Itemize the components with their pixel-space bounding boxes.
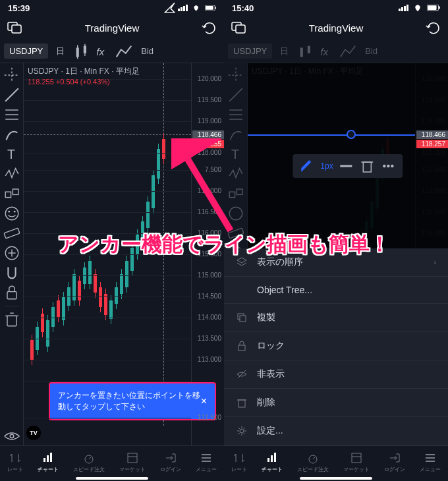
line-tool[interactable] (3, 86, 21, 104)
edit-delete-icon[interactable] (360, 158, 376, 174)
home-indicator[interactable] (76, 477, 148, 480)
annotation-arrow (171, 138, 237, 237)
tooltip-close[interactable]: × (201, 395, 207, 407)
svg-text:fx: fx (320, 45, 329, 57)
eye-tool[interactable] (3, 427, 21, 445)
status-bar: 15:39 (0, 0, 224, 16)
nav-menu[interactable]: メニュー (420, 451, 441, 473)
nav-menu[interactable]: メニュー (196, 451, 217, 473)
indicators-icon[interactable]: fx (318, 42, 336, 61)
svg-rect-78 (274, 453, 276, 462)
svg-rect-36 (128, 453, 137, 463)
edit-more-icon[interactable] (381, 158, 397, 174)
svg-point-30 (10, 434, 14, 438)
crosshair-tool[interactable] (227, 66, 245, 84)
nav-login[interactable]: ログイン (384, 451, 405, 473)
app-header: TradingView (224, 16, 448, 40)
symbol-selector[interactable]: USDJPY (228, 43, 272, 59)
interval-selector[interactable]: 日 (51, 43, 70, 60)
wifi-icon (411, 4, 424, 13)
fib-tool[interactable] (227, 105, 245, 124)
nav-chart[interactable]: チャート (38, 451, 59, 473)
chevron-right-icon: › (434, 258, 436, 266)
svg-rect-76 (267, 458, 269, 462)
status-icons (399, 4, 440, 13)
nav-speed[interactable]: スピード注文 (297, 451, 329, 473)
battery-icon (427, 5, 440, 11)
forecast-tool[interactable] (3, 184, 21, 203)
candle-type-icon[interactable] (296, 42, 315, 61)
menu-copy[interactable]: 複製 (224, 304, 448, 332)
signal-icon (399, 5, 408, 11)
chart-canvas[interactable]: USDJPY · 1日 · Min FX · 平均足 118.255 +0.50… (24, 63, 224, 445)
fib-tool[interactable] (3, 105, 21, 124)
menu-delete[interactable]: 削除 (224, 389, 448, 417)
bid-toggle[interactable]: Bid (360, 43, 383, 59)
svg-text:fx: fx (96, 45, 105, 57)
nav-chart[interactable]: チャート (262, 451, 283, 473)
svg-point-67 (387, 165, 390, 168)
crosshair-price: 118.466 (416, 130, 448, 139)
line-tool[interactable] (227, 86, 245, 104)
drawn-line[interactable] (248, 134, 415, 136)
lock-icon (236, 340, 248, 352)
crosshair-tool[interactable] (3, 66, 21, 84)
compare-icon[interactable] (115, 42, 133, 61)
candle-type-icon[interactable] (72, 42, 91, 61)
status-bar: 15:40 (224, 0, 448, 16)
menu-hide[interactable]: 非表示 (224, 360, 448, 389)
magnet-tool[interactable] (3, 264, 21, 282)
svg-point-68 (391, 165, 394, 168)
svg-rect-17 (5, 192, 11, 197)
ruler-tool[interactable] (3, 224, 21, 242)
text-tool[interactable]: T (3, 145, 21, 163)
bottom-nav: レート チャート スピード注文 マーケット ログイン メニュー (224, 445, 448, 481)
windows-icon[interactable] (231, 20, 246, 36)
lock-tool[interactable] (3, 283, 21, 302)
compare-icon[interactable] (339, 42, 357, 61)
svg-rect-26 (7, 292, 16, 299)
windows-icon[interactable] (7, 20, 22, 36)
svg-point-21 (13, 211, 15, 213)
emoji-tool[interactable] (3, 204, 21, 223)
edit-color-icon[interactable] (299, 158, 315, 174)
app-header: TradingView (0, 16, 224, 40)
svg-rect-81 (352, 453, 361, 463)
pattern-tool[interactable] (3, 165, 21, 183)
svg-rect-32 (47, 455, 49, 462)
nav-market[interactable]: マーケット (119, 451, 146, 473)
indicators-icon[interactable]: fx (94, 42, 112, 61)
svg-rect-31 (43, 458, 45, 462)
nav-rate[interactable]: レート (231, 451, 247, 473)
trash-icon (236, 397, 248, 409)
nav-market[interactable]: マーケット (343, 451, 370, 473)
line-handle[interactable] (347, 130, 356, 139)
svg-rect-47 (308, 45, 310, 53)
bid-toggle[interactable]: Bid (136, 43, 159, 59)
refresh-icon[interactable] (426, 20, 441, 36)
edit-width[interactable]: 1px (320, 161, 333, 171)
gear-icon (236, 425, 248, 437)
menu-lock[interactable]: ロック (224, 332, 448, 360)
home-indicator[interactable] (300, 477, 372, 480)
zoom-tool[interactable] (3, 244, 21, 262)
brush-tool[interactable] (3, 125, 21, 144)
menu-tree[interactable]: Object Tree... (224, 277, 448, 304)
edit-style-icon[interactable] (339, 158, 354, 174)
svg-rect-18 (13, 189, 18, 194)
chart-symbol-info: USDJPY · 1日 · Min FX · 平均足 (28, 66, 140, 77)
nav-speed[interactable]: スピード注文 (73, 451, 105, 473)
svg-line-35 (89, 457, 91, 459)
refresh-icon[interactable] (202, 20, 217, 36)
interval-selector[interactable]: 日 (275, 43, 294, 60)
chart-area: T USDJPY · 1日 · Min FX · 平均足 118.255 +0.… (0, 63, 224, 445)
menu-order[interactable]: 表示の順序› (224, 248, 448, 277)
status-icons (164, 2, 216, 13)
symbol-selector[interactable]: USDJPY (4, 43, 48, 59)
svg-rect-57 (237, 189, 242, 194)
trash-tool[interactable] (3, 310, 21, 329)
nav-login[interactable]: ログイン (160, 451, 181, 473)
menu-settings[interactable]: 設定... (224, 417, 448, 445)
nav-rate[interactable]: レート (7, 451, 23, 473)
svg-rect-71 (238, 345, 245, 351)
